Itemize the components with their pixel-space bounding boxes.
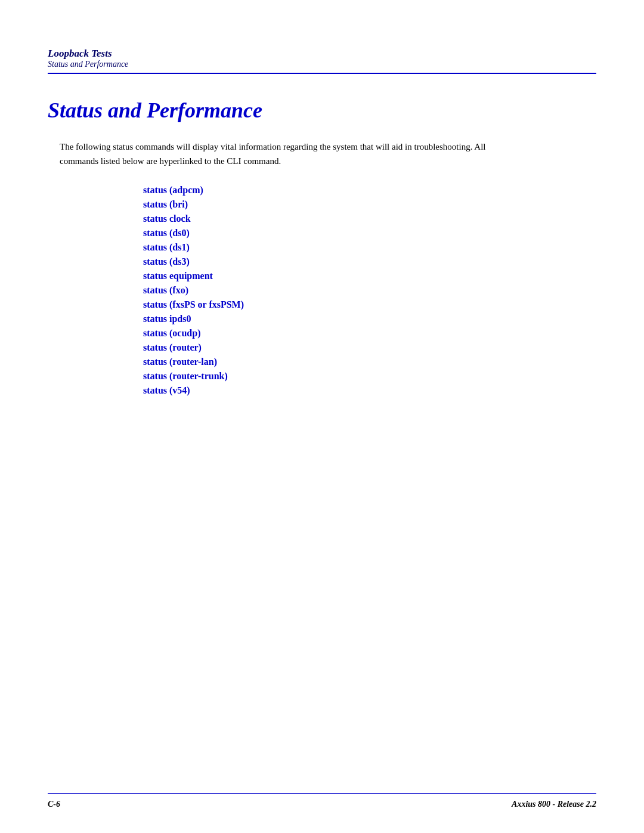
footer-divider — [48, 793, 596, 794]
command-link-status-ipds0[interactable]: status ipds0 — [143, 314, 596, 324]
page-heading: Status and Performance — [48, 98, 596, 123]
command-link-status-ocudp[interactable]: status (ocudp) — [143, 328, 596, 339]
footer-product-name: Axxius 800 - Release 2.2 — [512, 800, 596, 809]
command-link-status-equipment[interactable]: status equipment — [143, 271, 596, 281]
main-content: Status and Performance The following sta… — [0, 80, 644, 444]
command-link-status-ds3[interactable]: status (ds3) — [143, 256, 596, 267]
command-link-status-adpcm[interactable]: status (adpcm) — [143, 185, 596, 196]
header-divider — [48, 73, 596, 74]
command-link-status-bri[interactable]: status (bri) — [143, 199, 596, 210]
footer-page-number: C-6 — [48, 800, 60, 809]
command-link-status-fxo[interactable]: status (fxo) — [143, 285, 596, 296]
command-link-status-ds0[interactable]: status (ds0) — [143, 228, 596, 239]
footer-section: C-6 Axxius 800 - Release 2.2 — [0, 793, 644, 809]
command-link-status-clock[interactable]: status clock — [143, 213, 596, 224]
footer-content: C-6 Axxius 800 - Release 2.2 — [48, 800, 596, 809]
header-section: Loopback Tests Status and Performance — [0, 0, 644, 74]
header-top: Loopback Tests Status and Performance — [48, 48, 596, 69]
command-link-status-router-lan[interactable]: status (router-lan) — [143, 357, 596, 367]
section-subtitle: Status and Performance — [48, 60, 596, 69]
commands-list: status (adpcm)status (bri)status clockst… — [143, 185, 596, 396]
chapter-title: Loopback Tests — [48, 48, 596, 60]
intro-text: The following status commands will displ… — [60, 140, 507, 168]
command-link-status-v54[interactable]: status (v54) — [143, 385, 596, 396]
command-link-status-ds1[interactable]: status (ds1) — [143, 242, 596, 253]
command-link-status-fxsps[interactable]: status (fxsPS or fxsPSM) — [143, 299, 596, 310]
page: Loopback Tests Status and Performance St… — [0, 0, 644, 833]
command-link-status-router-trunk[interactable]: status (router-trunk) — [143, 371, 596, 382]
command-link-status-router[interactable]: status (router) — [143, 342, 596, 353]
